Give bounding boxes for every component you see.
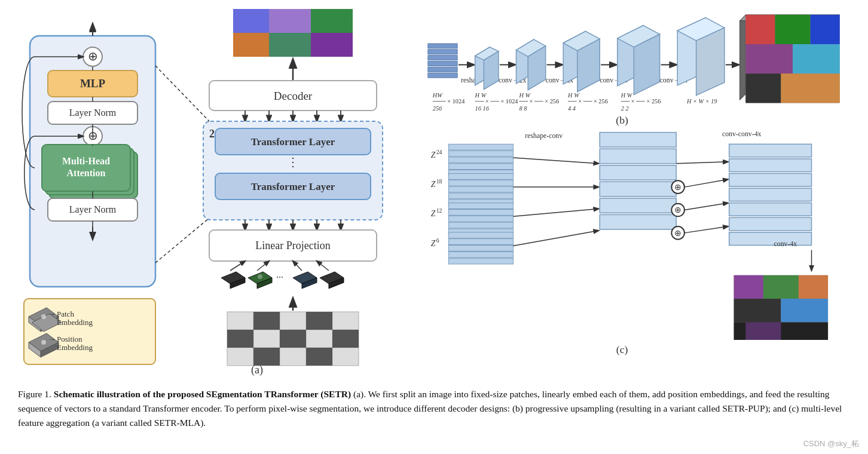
svg-text:Patch: Patch xyxy=(57,309,74,318)
svg-rect-103 xyxy=(428,56,457,60)
svg-rect-211 xyxy=(729,159,812,172)
svg-text:MLP: MLP xyxy=(80,77,106,90)
svg-rect-222 xyxy=(799,275,828,299)
svg-line-95 xyxy=(155,66,209,121)
svg-rect-172 xyxy=(448,193,513,199)
svg-text:24: 24 xyxy=(436,149,442,155)
svg-rect-176 xyxy=(448,203,513,209)
svg-rect-141 xyxy=(745,73,781,103)
svg-rect-195 xyxy=(600,165,676,180)
svg-rect-186 xyxy=(448,251,513,257)
svg-text:─── × 1024: ─── × 1024 xyxy=(432,98,465,105)
part-a: ⊕ MLP Layer Norm ⊕ Multi-Head Attention xyxy=(12,6,418,376)
svg-rect-226 xyxy=(745,322,781,340)
svg-rect-213 xyxy=(729,188,812,201)
figure-number: Figure 1. xyxy=(18,389,51,399)
svg-text:conv-4x: conv-4x xyxy=(774,240,797,248)
svg-rect-193 xyxy=(600,133,676,148)
svg-rect-89 xyxy=(306,312,332,330)
svg-text:(a): (a) xyxy=(251,364,263,376)
svg-rect-102 xyxy=(428,50,457,54)
svg-rect-106 xyxy=(428,73,457,78)
svg-point-33 xyxy=(41,314,46,319)
svg-line-206 xyxy=(684,179,728,187)
svg-text:4    4: 4 4 xyxy=(568,105,576,112)
svg-line-191 xyxy=(514,209,599,217)
svg-rect-184 xyxy=(448,239,513,245)
svg-rect-194 xyxy=(600,149,676,164)
svg-rect-183 xyxy=(448,232,513,238)
svg-rect-94 xyxy=(306,348,332,366)
svg-text:⊕: ⊕ xyxy=(674,229,681,238)
main-container: ⊕ MLP Layer Norm ⊕ Multi-Head Attention xyxy=(0,0,868,454)
svg-text:conv-conv-4x: conv-conv-4x xyxy=(722,130,762,138)
svg-text:6: 6 xyxy=(436,237,439,244)
svg-text:Z: Z xyxy=(431,180,436,189)
svg-text:Layer Norm: Layer Norm xyxy=(69,108,117,118)
svg-text:── × ── × 256: ── × ── × 256 xyxy=(621,98,661,105)
svg-text:── × ── × 1024: ── × ── × 1024 xyxy=(475,98,518,105)
svg-text:→: → xyxy=(48,335,56,343)
svg-line-78 xyxy=(293,261,302,271)
svg-rect-179 xyxy=(448,222,513,228)
svg-rect-142 xyxy=(781,73,839,103)
svg-text:H   W: H W xyxy=(518,92,531,99)
svg-line-96 xyxy=(155,218,209,263)
right-svg: reshape conv→2x conv→2x xyxy=(418,6,868,376)
svg-line-76 xyxy=(230,261,245,271)
svg-rect-93 xyxy=(253,348,280,366)
svg-point-70 xyxy=(258,274,262,279)
svg-line-189 xyxy=(514,158,599,164)
svg-text:⋮: ⋮ xyxy=(287,155,299,168)
svg-text:reshape-conv: reshape-conv xyxy=(525,131,563,140)
figure-area: ⊕ MLP Layer Norm ⊕ Multi-Head Attention xyxy=(12,6,856,382)
svg-text:12: 12 xyxy=(436,207,442,214)
right-side: reshape conv→2x conv→2x xyxy=(418,6,868,376)
svg-rect-216 xyxy=(729,232,812,246)
svg-text:Linear Projection: Linear Projection xyxy=(255,240,330,251)
svg-text:Z: Z xyxy=(431,209,436,218)
svg-text:8    8: 8 8 xyxy=(519,105,527,112)
svg-text:HW: HW xyxy=(432,92,443,99)
svg-rect-169 xyxy=(448,173,513,179)
svg-text:16   16: 16 16 xyxy=(475,105,490,112)
svg-rect-91 xyxy=(280,330,306,348)
svg-point-40 xyxy=(41,340,46,345)
svg-rect-197 xyxy=(600,198,676,213)
svg-text:18: 18 xyxy=(436,178,442,185)
svg-rect-220 xyxy=(734,275,763,299)
svg-line-207 xyxy=(684,203,728,210)
svg-rect-212 xyxy=(729,173,812,186)
svg-rect-196 xyxy=(600,182,676,197)
svg-line-192 xyxy=(514,231,599,246)
svg-text:Z: Z xyxy=(431,239,436,248)
caption: Figure 1. Schematic illustration of the … xyxy=(12,382,856,430)
svg-text:Layer Norm: Layer Norm xyxy=(69,204,117,215)
svg-rect-198 xyxy=(600,214,676,229)
svg-rect-88 xyxy=(253,312,280,330)
svg-text:⊕: ⊕ xyxy=(674,183,681,192)
svg-text:Position: Position xyxy=(57,335,82,343)
svg-text:256: 256 xyxy=(433,105,442,112)
svg-text:Decoder: Decoder xyxy=(274,90,313,102)
svg-text:── × ── × 256: ── × ── × 256 xyxy=(567,98,608,105)
svg-rect-140 xyxy=(793,44,840,73)
svg-rect-170 xyxy=(448,180,513,186)
svg-text:H   W: H W xyxy=(567,92,580,99)
watermark: CSDN @sky_柘 xyxy=(803,438,859,449)
svg-rect-178 xyxy=(448,216,513,222)
svg-text:Transformer Layer: Transformer Layer xyxy=(251,181,335,192)
svg-line-209 xyxy=(676,162,728,164)
svg-rect-224 xyxy=(781,299,828,322)
svg-text:Z: Z xyxy=(431,151,436,159)
svg-rect-215 xyxy=(729,217,812,231)
svg-rect-105 xyxy=(428,67,457,72)
svg-text:Multi-Head: Multi-Head xyxy=(62,156,110,166)
svg-text:── × ── × 256: ── × ── × 256 xyxy=(518,98,559,105)
svg-text:Attention: Attention xyxy=(67,168,106,178)
svg-line-79 xyxy=(317,261,329,271)
svg-text:(b): (b) xyxy=(616,114,628,126)
svg-marker-133 xyxy=(739,15,745,100)
svg-rect-139 xyxy=(745,44,793,73)
svg-rect-137 xyxy=(775,15,811,44)
